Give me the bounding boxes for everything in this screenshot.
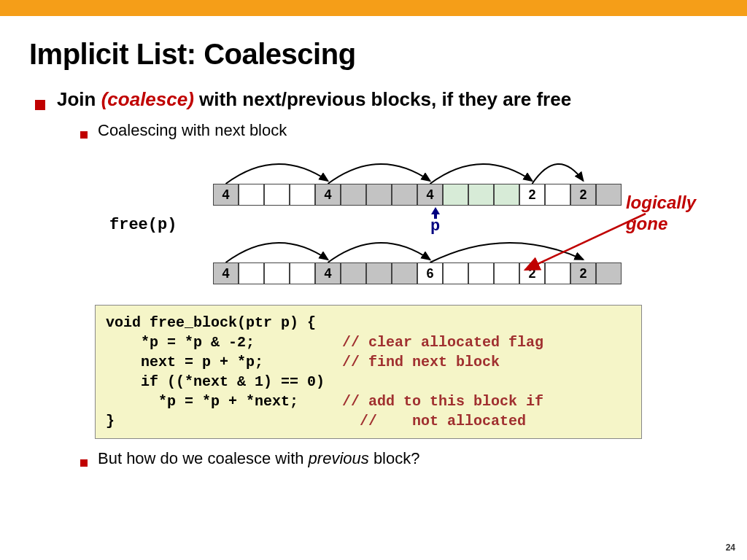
annotation-text: logically gone — [626, 192, 696, 235]
bullet-text: Join (coalesce) with next/previous block… — [57, 88, 571, 111]
heap-cell — [443, 184, 468, 206]
heap-cell — [392, 262, 417, 284]
heap-cell — [264, 262, 290, 284]
heap-cell — [545, 262, 570, 284]
heap-cell — [341, 184, 366, 206]
page-number: 24 — [726, 542, 735, 553]
heap-cell — [545, 184, 570, 206]
heap-cell — [366, 184, 392, 206]
bullet-suffix: with next/previous blocks, if they are f… — [194, 88, 571, 110]
heap-cell — [468, 262, 494, 284]
heap-cell: 4 — [213, 262, 239, 284]
heap-cell: 2 — [519, 184, 545, 206]
heap-cell — [264, 184, 290, 206]
heap-cell: 4 — [213, 184, 239, 206]
bullet-italic: (coalesce) — [101, 88, 194, 110]
free-call-label: free(p) — [109, 216, 177, 234]
sub-bullet-2: But how do we coalesce with previous blo… — [80, 449, 718, 468]
heap-cell — [468, 184, 494, 206]
heap-cell: 2 — [570, 184, 596, 206]
heap-cell — [290, 262, 315, 284]
arc-set-1 — [213, 152, 622, 185]
code-block: void free_block(ptr p) { *p = *p & -2; /… — [95, 305, 642, 439]
sub-text-2: But how do we coalesce with previous blo… — [98, 449, 419, 468]
heap-cell — [341, 262, 366, 284]
annotation-line1: logically — [626, 192, 696, 212]
accent-bar — [0, 0, 747, 16]
annotation-line2: gone — [626, 214, 667, 233]
heap-cell — [239, 184, 264, 206]
sub-bullet-icon — [80, 131, 88, 139]
heap-cell: 4 — [315, 262, 341, 284]
sub-bullet-icon — [80, 459, 88, 467]
code-l4: if ((*next & 1) == 0) — [106, 373, 325, 390]
heap-cell — [596, 184, 622, 206]
heap-cell — [239, 262, 264, 284]
sub2-suffix: block? — [369, 449, 420, 467]
sub-bullet-1: Coalescing with next block — [80, 121, 718, 140]
diagram: 44422 p free(p) 44622 logically gone — [29, 152, 718, 298]
slide-body: Implicit List: Coalescing Join (coalesce… — [0, 16, 747, 560]
heap-cell — [366, 262, 392, 284]
bullet-icon — [35, 100, 45, 110]
code-l2a: *p = *p & -2; — [106, 334, 255, 351]
heap-row-after: 44622 — [213, 262, 622, 284]
heap-cell: 4 — [315, 184, 341, 206]
code-l5a: *p = *p + *next; — [106, 393, 298, 410]
heap-cell — [494, 262, 519, 284]
code-l3b: // find next block — [263, 354, 500, 370]
heap-cell — [443, 262, 468, 284]
code-l2b: // clear allocated flag — [255, 334, 543, 351]
arc-set-2 — [213, 230, 622, 264]
heap-cell — [290, 184, 315, 206]
sub-text-1: Coalescing with next block — [98, 121, 287, 140]
heap-cell: 2 — [570, 262, 596, 284]
bullet-prefix: Join — [57, 88, 101, 110]
code-l3a: next = p + *p; — [106, 354, 263, 370]
sub2-prefix: But how do we coalesce with — [98, 449, 309, 467]
heap-cell: 6 — [417, 262, 443, 284]
main-bullet: Join (coalesce) with next/previous block… — [35, 88, 718, 111]
p-label: p — [430, 217, 440, 236]
code-l6a: } — [106, 413, 115, 429]
code-l5b: // add to this block if — [298, 393, 543, 410]
heap-cell: 2 — [519, 262, 545, 284]
slide-title: Implicit List: Coalescing — [29, 38, 718, 71]
heap-cell: 4 — [417, 184, 443, 206]
sub2-italic: previous — [309, 449, 369, 467]
code-l1: void free_block(ptr p) { — [106, 314, 316, 331]
heap-row-before: 44422 — [213, 184, 622, 206]
heap-cell — [392, 184, 417, 206]
heap-cell — [494, 184, 519, 206]
heap-cell — [596, 262, 622, 284]
code-l6b: // not allocated — [115, 413, 526, 429]
